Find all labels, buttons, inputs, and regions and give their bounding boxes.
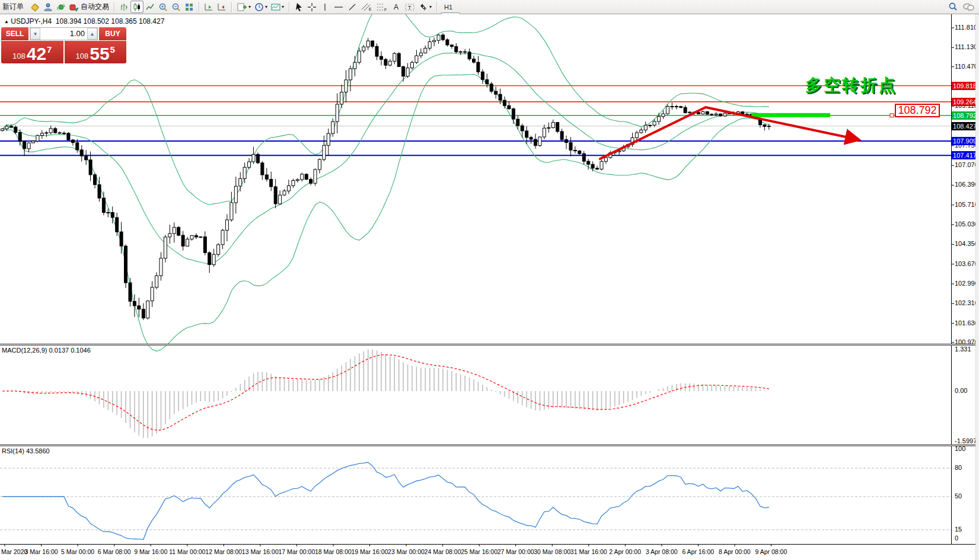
arrows-icon [419,2,428,12]
time-axis-label: 11 Mar 00:00 [169,548,205,555]
rsi-axis-tick: 15 [955,526,962,533]
chart-shift-button[interactable] [202,1,215,13]
rsi-axis-tick: 100 [955,445,965,452]
price-callout-label[interactable]: 108.792 [895,104,940,117]
price-level-flag: 109.264 [952,98,978,106]
timeframe-h1[interactable]: H1 [441,2,460,12]
horizontal-line-button[interactable] [331,1,346,13]
price-axis-tick: 106.390 [955,181,978,188]
signals-button[interactable] [55,1,68,13]
vertical-line-button[interactable] [318,1,331,13]
sell-button[interactable]: SELL [1,27,28,40]
ohlc-values: 108.394 108.502 108.365 108.427 [56,17,165,25]
symbol-pointer-icon: ▲ [4,19,9,24]
chat-button[interactable] [960,1,977,13]
time-axis-label: 6 Mar 08:00 [98,548,131,555]
trendline-button[interactable] [346,1,359,13]
zoom-out-icon [171,2,181,12]
sell-quote[interactable]: 108 42 7 [1,41,63,63]
right-edge-strip [975,14,979,560]
price-axis-tick: 100.970 [955,338,978,345]
autotrading-icon [69,2,79,12]
trader-icon [43,2,53,12]
toolbar-separator [114,2,114,12]
macd-panel-splitter[interactable] [0,344,979,345]
volume-decrease-button[interactable]: ▼ [30,28,40,40]
arrows-button[interactable]: ▾ [417,1,433,13]
svg-text:A: A [394,3,398,11]
chart-window[interactable]: ▲ USDJPY-,H4 108.394 108.502 108.365 108… [0,14,979,560]
volume-increase-button[interactable]: ▲ [87,28,97,40]
fibonacci-icon: F [376,2,388,12]
price-level-flag: 107.417 [952,151,978,159]
price-axis-tick: 102.310 [955,299,978,306]
periods-button[interactable]: ▾ [253,1,269,13]
price-level-flag: 109.818 [952,82,978,90]
toolbar-separator [231,2,232,12]
time-axis-label: 9 Mar 16:00 [134,548,167,555]
price-axis-tick: 105.710 [955,201,978,208]
crosshair-button[interactable] [305,1,318,13]
svg-text:F: F [384,8,387,12]
cursor-button[interactable] [292,1,305,13]
macd-axis-tick: 0.00 [955,387,967,394]
time-axis-label: 6 Apr 16:00 [682,548,714,555]
symbol-period-label: USDJPY-,H4 [11,17,52,25]
time-axis-label: 31 Mar 16:00 [570,548,607,555]
autotrading-button[interactable]: 自动交易 [68,1,111,13]
candlestick-chart-button[interactable] [130,1,143,13]
template-icon [271,2,280,12]
price-axis-tick: 111.130 [955,43,977,50]
rsi-label: RSI(14) 43.5860 [2,447,50,455]
time-axis-label: 30 Mar 08:00 [534,548,570,555]
buy-price-big: 55 [90,45,109,63]
one-click-trading-panel: SELL ▼ 1.00 ▲ BUY 108 42 7 108 55 5 [1,27,126,63]
chart-shift-icon [204,2,213,12]
new-order-label: 新订单 [2,2,24,12]
zoom-in-icon [158,2,168,12]
equidistant-channel-button[interactable]: E [359,1,374,13]
rsi-panel-splitter[interactable] [0,444,979,446]
new-order-button[interactable]: 新订单 [2,1,28,13]
bar-chart-button[interactable] [117,1,130,13]
line-chart-button[interactable] [143,1,157,13]
zoom-out-button[interactable] [170,1,183,13]
channel-icon: E [361,2,372,12]
fibonacci-button[interactable]: F [374,1,390,13]
toolbar-separator [436,2,437,12]
dropdown-caret-icon: ▾ [282,4,284,9]
trader-button[interactable] [42,1,55,13]
text-button[interactable]: A [390,1,403,13]
time-axis-label: 2 Apr 00:00 [609,548,641,555]
vertical-line-icon [321,2,329,12]
cursor-icon [295,2,303,12]
macd-axis-tick: 1.331 [955,345,971,353]
text-label-button[interactable]: T [403,1,417,13]
market-watch-button[interactable] [28,1,42,13]
svg-text:T: T [408,5,412,11]
buy-button[interactable]: BUY [99,27,126,40]
time-axis-label: 25 Mar 16:00 [461,548,498,555]
crosshair-icon [307,2,317,12]
rsi-axis-tick: 80 [955,464,962,471]
buy-quote[interactable]: 108 55 5 [65,41,127,63]
sell-price-big: 42 [27,45,46,63]
volume-value[interactable]: 1.00 [40,28,87,40]
dropdown-caret-icon: ▾ [248,4,251,9]
tile-windows-button[interactable] [183,1,196,13]
auto-scroll-button[interactable] [215,1,228,13]
indicators-button[interactable]: ▾ [235,1,253,13]
sell-price-pip: 7 [47,44,52,55]
svg-text:E: E [369,7,372,11]
time-axis-label: 23 Mar 00:00 [388,548,425,555]
turning-point-annotation[interactable]: 多空转折点 [805,74,897,97]
line-chart-icon [145,2,155,12]
time-axis-label: 24 Mar 08:00 [425,548,461,555]
dropdown-caret-icon: ▾ [265,4,267,9]
zoom-in-button[interactable] [157,1,170,13]
templates-button[interactable]: ▾ [269,1,286,13]
macd-label: MACD(12,26,9) 0.0137 0.1046 [2,347,91,354]
search-button[interactable] [946,1,960,13]
price-axis-tick: 107.070 [955,161,978,168]
buy-price-pip: 5 [110,44,115,55]
